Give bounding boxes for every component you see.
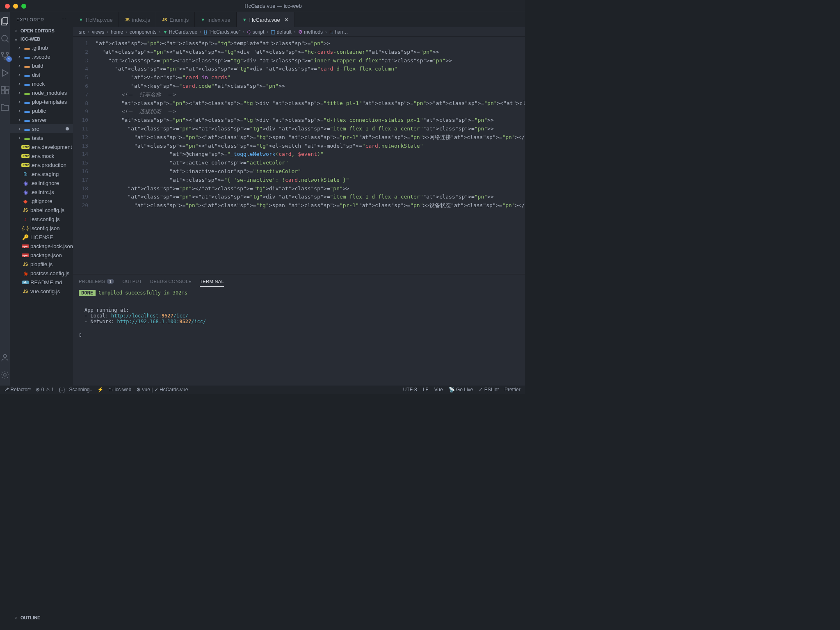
search-icon[interactable] — [0, 34, 10, 43]
file-item[interactable]: ◉.eslintignore — [10, 178, 73, 187]
close-tab-icon[interactable]: ✕ — [284, 17, 289, 23]
account-icon[interactable] — [0, 353, 10, 363]
extensions-icon[interactable] — [0, 85, 10, 95]
branch-status[interactable]: ⎇ Refactor* — [3, 387, 31, 393]
encoding-status[interactable]: UTF-8 — [403, 387, 417, 393]
terminal-output[interactable]: DONE Compiled successfully in 302ms11:23… — [73, 288, 525, 386]
scanning-status[interactable]: {..} : Scanning.. — [59, 387, 92, 393]
prettier-status[interactable]: Prettier: — [504, 387, 522, 393]
scm-icon[interactable]: 1 — [0, 51, 10, 61]
tree-item-label: mock — [32, 81, 45, 87]
folder-item[interactable]: ›▬dist — [10, 70, 73, 79]
breadcrumb-item[interactable]: ⚙ methods — [298, 29, 323, 35]
line-gutter: 1234567891011121314151617181920 — [73, 37, 96, 274]
breadcrumb-item[interactable]: home — [111, 29, 123, 35]
vue-context[interactable]: ⚙ vue | ✓ HcCards.vue — [136, 387, 188, 393]
minimize-window[interactable] — [13, 4, 18, 9]
editor-tab[interactable]: JSEnum.js — [156, 12, 195, 27]
output-tab[interactable]: OUTPUT — [122, 276, 142, 286]
file-icon: {..} — [22, 225, 29, 231]
debug-icon[interactable] — [0, 68, 10, 78]
file-item[interactable]: npmpackage.json — [10, 251, 73, 260]
file-item[interactable]: JSbabel.config.js — [10, 205, 73, 215]
file-item[interactable]: 🗎.env.staging — [10, 169, 73, 178]
explorer-label: EXPLORER — [16, 17, 44, 22]
file-item[interactable]: npmpackage-lock.json — [10, 242, 73, 251]
file-icon: .ENV — [22, 163, 29, 167]
tab-label: HcMap.vue — [86, 17, 113, 23]
settings-icon[interactable] — [0, 370, 10, 380]
terminal-tab[interactable]: TERMINAL — [200, 276, 224, 287]
file-item[interactable]: JSplopfile.js — [10, 260, 73, 269]
workspace-section[interactable]: ⌄ICC-WEB — [10, 35, 73, 43]
tree-item-label: .env.development — [30, 144, 72, 150]
folder-item[interactable]: ›▬mock — [10, 79, 73, 88]
editor-tab[interactable]: ▼HcCards.vue✕ — [237, 12, 295, 27]
project-icon[interactable] — [0, 103, 10, 112]
file-item[interactable]: ◉postcss.config.js — [10, 269, 73, 278]
file-icon: npm — [22, 244, 29, 248]
problems-tab[interactable]: PROBLEMS 1 — [79, 276, 114, 286]
golive-status[interactable]: 📡 Go Live — [449, 387, 473, 393]
file-icon: ◉ — [22, 180, 29, 186]
folder-item[interactable]: ›▬tests — [10, 133, 73, 142]
editor-tab[interactable]: ▼HcMap.vue — [73, 12, 119, 27]
svg-point-4 — [4, 57, 6, 59]
open-editors-section[interactable]: ›OPEN EDITORS — [10, 27, 73, 35]
breadcrumb-item[interactable]: {} "HcCards.vue" — [204, 29, 240, 35]
language-status[interactable]: Vue — [434, 387, 443, 393]
problems-status[interactable]: ⊗ 0 ⚠ 1 — [36, 387, 54, 393]
folder-icon: ▬ — [24, 117, 30, 123]
folder-item[interactable]: ›▬public — [10, 106, 73, 115]
network-url[interactable]: http://192.168.1.100:9527/icc/ — [117, 319, 206, 324]
breadcrumb[interactable]: src›views›home›components›▼ HcCards.vue›… — [73, 27, 525, 37]
live-share-icon[interactable]: ⚡ — [97, 387, 103, 393]
folder-item[interactable]: ›▬plop-templates — [10, 97, 73, 106]
folder-status[interactable]: 🗀 icc-web — [108, 387, 131, 393]
scm-badge: 1 — [6, 56, 12, 62]
folder-icon: ▬ — [24, 108, 30, 114]
folder-item[interactable]: ›▬.github — [10, 43, 73, 52]
tree-item-label: vue.config.js — [30, 288, 60, 294]
breadcrumb-item[interactable]: src — [79, 29, 85, 35]
code-content[interactable]: "at">class"sp">="pn"><"at">class"sp">="t… — [96, 37, 525, 274]
tree-item-label: .github — [32, 45, 48, 51]
tree-item-label: .eslintrc.js — [30, 189, 54, 195]
folder-item[interactable]: ›▬node_modules — [10, 88, 73, 97]
more-icon[interactable]: ⋯ — [62, 17, 66, 22]
file-item[interactable]: ◆.gitignore — [10, 196, 73, 205]
breadcrumb-item[interactable]: ⟨⟩ script — [247, 29, 264, 35]
debug-console-tab[interactable]: DEBUG CONSOLE — [150, 276, 192, 286]
tree-item-label: .env.production — [30, 162, 66, 168]
code-editor[interactable]: 1234567891011121314151617181920 "at">cla… — [73, 37, 525, 274]
file-item[interactable]: JSvue.config.js — [10, 287, 73, 296]
eslint-status[interactable]: ✓ ESLint — [479, 387, 499, 393]
file-item[interactable]: .ENV.env.mock — [10, 151, 73, 160]
folder-item[interactable]: ›▬src — [10, 124, 73, 133]
file-item[interactable]: ◉.eslintrc.js — [10, 187, 73, 196]
file-item[interactable]: .ENV.env.production — [10, 160, 73, 169]
editor-tab[interactable]: JSindex.js — [119, 12, 156, 27]
terminal-cursor: ▯ — [79, 332, 525, 338]
file-item[interactable]: {..}jsconfig.json — [10, 224, 73, 233]
explorer-icon[interactable] — [0, 16, 10, 26]
folder-item[interactable]: ›▬server — [10, 115, 73, 124]
folder-item[interactable]: ›▬build — [10, 61, 73, 70]
file-item[interactable]: 🔑LICENSE — [10, 233, 73, 242]
editor-tab[interactable]: ▼index.vue — [195, 12, 237, 27]
breadcrumb-item[interactable]: ◻ han… — [329, 29, 348, 35]
breadcrumb-item[interactable]: ▼ HcCards.vue — [163, 29, 197, 35]
folder-item[interactable]: ›▬.vscode — [10, 52, 73, 61]
file-item[interactable]: .ENV.env.development — [10, 142, 73, 151]
breadcrumb-item[interactable]: ◫ default — [271, 29, 291, 35]
breadcrumb-item[interactable]: views — [92, 29, 104, 35]
local-url[interactable]: http://localhost:9527/icc/ — [111, 313, 188, 319]
maximize-window[interactable] — [21, 4, 26, 9]
breadcrumb-item[interactable]: components — [130, 29, 156, 35]
eol-status[interactable]: LF — [423, 387, 429, 393]
file-item[interactable]: ♪jest.config.js — [10, 215, 73, 224]
file-item[interactable]: M↓README.md — [10, 278, 73, 287]
file-icon: ◆ — [22, 198, 29, 204]
compile-msg: Compiled successfully in 302ms — [98, 290, 187, 296]
close-window[interactable] — [5, 4, 10, 9]
